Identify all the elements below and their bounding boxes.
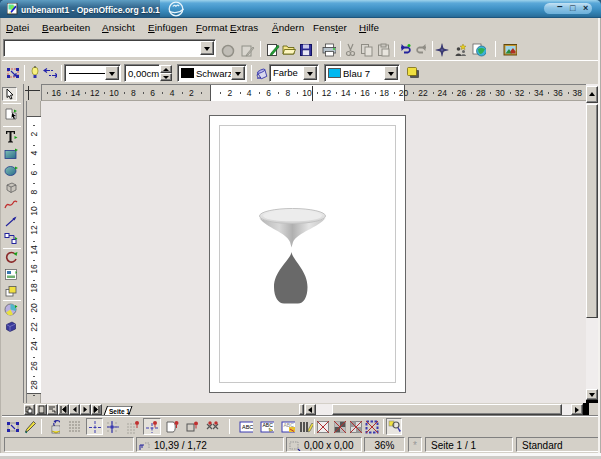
svg-text:ABC: ABC <box>242 424 253 430</box>
svg-text:ABC: ABC <box>263 422 274 428</box>
svg-text:Seite 1: Seite 1 <box>109 408 130 415</box>
